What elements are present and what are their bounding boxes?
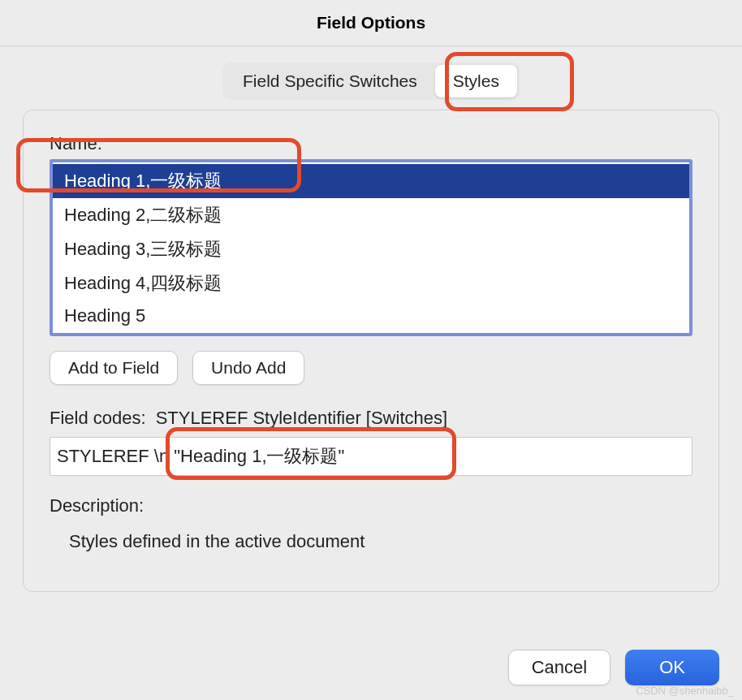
list-item[interactable]: Heading 3,三级标题 xyxy=(53,232,689,266)
name-label: Name: xyxy=(50,133,692,154)
watermark: CSDN @shenhaibb_ xyxy=(636,685,734,697)
description-text: Styles defined in the active document xyxy=(69,531,692,552)
field-codes-row: Field codes: STYLEREF StyleIdentifier [S… xyxy=(50,408,692,429)
cancel-button[interactable]: Cancel xyxy=(508,650,610,685)
description-label: Description: xyxy=(50,495,692,516)
list-item[interactable]: Heading 2,二级标题 xyxy=(53,198,689,232)
tab-field-specific-switches[interactable]: Field Specific Switches xyxy=(225,65,435,97)
options-panel: Name: Heading 1,一级标题 Heading 2,二级标题 Head… xyxy=(23,110,719,592)
tab-styles[interactable]: Styles xyxy=(435,65,517,97)
tab-row: Field Specific Switches Styles xyxy=(0,46,742,100)
tab-container: Field Specific Switches Styles xyxy=(222,63,520,100)
footer-row: Cancel OK xyxy=(508,650,719,685)
list-item[interactable]: Heading 5 xyxy=(53,300,689,331)
window-title: Field Options xyxy=(317,13,425,32)
description-block: Description: Styles defined in the activ… xyxy=(50,495,692,552)
add-to-field-button[interactable]: Add to Field xyxy=(50,351,178,385)
field-codes-label: Field codes: xyxy=(50,408,146,429)
styles-listbox[interactable]: Heading 1,一级标题 Heading 2,二级标题 Heading 3,… xyxy=(50,159,692,336)
window-header: Field Options xyxy=(0,0,742,46)
list-item[interactable]: Heading 4,四级标题 xyxy=(53,266,689,300)
ok-button[interactable]: OK xyxy=(625,650,719,685)
button-row: Add to Field Undo Add xyxy=(50,351,692,385)
undo-add-button[interactable]: Undo Add xyxy=(192,351,304,385)
list-item[interactable]: Heading 1,一级标题 xyxy=(53,164,689,198)
field-codes-desc: STYLEREF StyleIdentifier [Switches] xyxy=(156,408,447,429)
field-codes-input[interactable] xyxy=(50,437,692,476)
